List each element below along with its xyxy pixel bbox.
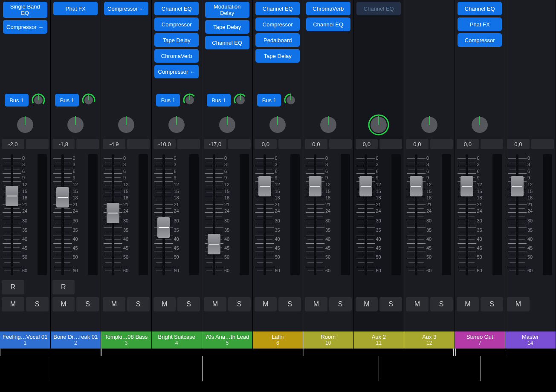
fader-track[interactable] — [3, 154, 21, 275]
mute-button[interactable]: M — [204, 297, 226, 311]
fader-cap[interactable] — [6, 186, 18, 206]
plugin-slot[interactable]: Compressor — [255, 17, 300, 31]
send-level-knob[interactable] — [31, 93, 46, 107]
peak-display[interactable] — [430, 139, 453, 149]
plugin-slot[interactable]: Channel EQ — [306, 17, 350, 31]
peak-display[interactable] — [481, 139, 503, 149]
fader-track[interactable] — [306, 154, 324, 275]
pan-knob[interactable] — [317, 114, 339, 136]
plugin-slot[interactable]: Channel EQ — [154, 2, 199, 15]
fader-cap[interactable] — [511, 176, 524, 196]
peak-display[interactable] — [278, 139, 301, 149]
solo-button[interactable]: S — [278, 297, 301, 311]
fader-track[interactable] — [53, 154, 72, 275]
send-bus-button[interactable]: Bus 1 — [207, 94, 231, 107]
mute-button[interactable]: M — [507, 297, 530, 311]
record-enable-button[interactable]: R — [2, 280, 24, 294]
gain-display[interactable]: -17,0 — [204, 139, 226, 149]
plugin-slot[interactable]: ChromaVerb — [306, 2, 350, 15]
send-bus-button[interactable]: Bus 1 — [55, 94, 79, 107]
fader-track[interactable] — [255, 154, 274, 275]
plugin-slot[interactable]: Channel EQ — [255, 2, 300, 15]
peak-display[interactable] — [26, 139, 49, 149]
peak-display[interactable] — [127, 139, 150, 149]
channel-label[interactable]: Feeling…Vocal 01 1 — [0, 331, 50, 349]
plugin-slot[interactable]: Compressor ← — [104, 2, 148, 15]
gain-display[interactable]: -2,0 — [2, 139, 24, 149]
solo-button[interactable]: S — [379, 297, 402, 311]
gain-display[interactable]: -1,8 — [52, 139, 75, 149]
solo-button[interactable]: S — [76, 297, 99, 311]
plugin-slot[interactable]: Compressor — [154, 17, 199, 31]
solo-button[interactable]: S — [127, 297, 150, 311]
plugin-slot[interactable]: ChromaVerb — [154, 49, 199, 63]
channel-label[interactable]: Stereo Out 7 — [455, 331, 505, 349]
peak-display[interactable] — [228, 139, 251, 149]
fader-cap[interactable] — [258, 176, 271, 196]
fader-track[interactable] — [508, 154, 527, 275]
gain-display[interactable]: 0,0 — [457, 139, 479, 149]
fader-track[interactable] — [205, 154, 223, 275]
send-bus-button[interactable]: Bus 1 — [257, 94, 281, 107]
plugin-slot[interactable]: Channel EQ — [356, 2, 401, 15]
plugin-slot[interactable]: Phat FX — [458, 17, 502, 31]
pan-knob[interactable] — [165, 114, 188, 136]
pan-knob[interactable] — [368, 114, 390, 136]
fader-track[interactable] — [154, 154, 173, 275]
pan-knob[interactable] — [469, 114, 491, 136]
plugin-slot[interactable]: Tape Delay — [154, 33, 199, 47]
pan-knob[interactable] — [216, 114, 238, 136]
solo-button[interactable]: S — [26, 297, 49, 311]
plugin-slot[interactable]: Phat FX — [53, 2, 98, 15]
send-bus-button[interactable]: Bus 1 — [156, 94, 180, 107]
solo-button[interactable]: S — [430, 297, 453, 311]
fader-track[interactable] — [104, 154, 122, 275]
channel-label[interactable]: Master 14 — [505, 331, 556, 349]
send-level-knob[interactable] — [284, 93, 298, 107]
mute-button[interactable]: M — [457, 297, 479, 311]
plugin-slot[interactable]: Single Band EQ — [3, 2, 47, 18]
plugin-slot[interactable]: Pedalboard — [255, 33, 300, 47]
fader-cap[interactable] — [460, 176, 473, 196]
gain-display[interactable]: -10,0 — [153, 139, 176, 149]
mute-button[interactable]: M — [153, 297, 176, 311]
fader-cap[interactable] — [208, 234, 220, 254]
peak-display[interactable] — [76, 139, 99, 149]
pan-knob[interactable] — [14, 114, 36, 136]
fader-cap[interactable] — [56, 187, 69, 208]
fader-cap[interactable] — [157, 217, 170, 238]
pan-knob[interactable] — [64, 114, 87, 136]
channel-label[interactable]: Aux 2 11 — [354, 331, 404, 349]
send-level-knob[interactable] — [233, 93, 248, 107]
pan-knob[interactable] — [266, 114, 289, 136]
gain-display[interactable]: -4,9 — [103, 139, 125, 149]
plugin-slot[interactable]: Compressor ← — [3, 20, 47, 34]
channel-label[interactable]: 70s Ana…th Lead 5 — [202, 331, 252, 349]
fader-track[interactable] — [407, 154, 426, 275]
mute-button[interactable]: M — [406, 297, 429, 311]
plugin-slot[interactable]: Tape Delay — [255, 49, 300, 63]
pan-knob[interactable] — [418, 114, 440, 136]
channel-label[interactable]: Latin 6 — [253, 331, 303, 349]
mute-button[interactable]: M — [103, 297, 125, 311]
channel-label[interactable]: Aux 3 12 — [404, 331, 455, 349]
channel-label[interactable]: Bright Suitcase 4 — [152, 331, 202, 349]
fader-track[interactable] — [458, 154, 476, 275]
peak-display[interactable] — [379, 139, 402, 149]
channel-label[interactable]: Tompki…08 Bass 3 — [101, 331, 151, 349]
fader-cap[interactable] — [410, 176, 423, 196]
solo-button[interactable]: S — [329, 297, 352, 311]
peak-display[interactable] — [329, 139, 352, 149]
mute-button[interactable]: M — [2, 297, 24, 311]
record-enable-button[interactable]: R — [52, 280, 75, 294]
fader-cap[interactable] — [359, 176, 372, 196]
mute-button[interactable]: M — [356, 297, 378, 311]
pan-knob[interactable] — [115, 114, 137, 136]
mute-button[interactable]: M — [52, 297, 75, 311]
peak-display[interactable] — [531, 139, 554, 149]
solo-button[interactable]: S — [481, 297, 503, 311]
send-bus-button[interactable]: Bus 1 — [5, 94, 29, 107]
channel-label[interactable]: Room 10 — [303, 331, 353, 349]
send-level-knob[interactable] — [182, 93, 197, 107]
mute-button[interactable]: M — [305, 297, 327, 311]
